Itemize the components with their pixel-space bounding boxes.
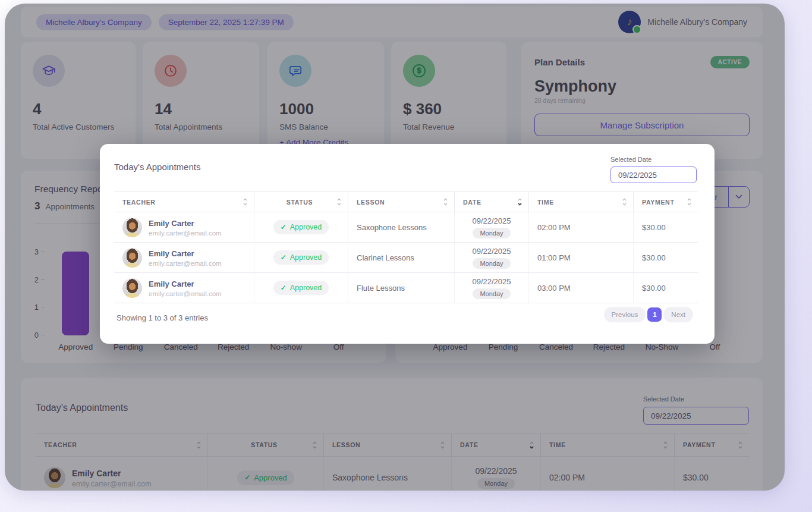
teacher-email: emily.carter@email.com [149,260,222,267]
table-row[interactable]: Emily Carter emily.carter@email.com ✓ Ap… [114,212,698,243]
check-icon: ✓ [281,223,287,231]
status-badge: ✓ Approved [273,220,329,234]
day-badge: Monday [473,288,510,299]
sort-icon-active[interactable] [517,197,523,206]
column-header-teacher[interactable]: TEACHER [114,192,254,212]
teacher-email: emily.carter@email.com [149,290,222,297]
teacher-email: emily.carter@email.com [149,230,222,237]
app-container: Michelle Albury's Company September 22, … [5,4,785,491]
teacher-avatar [122,278,142,298]
teacher-avatar [122,248,142,268]
date-cell: 09/22/2025 Monday [472,247,511,269]
sort-icon[interactable] [243,197,248,206]
entries-summary: Showing 1 to 3 of 3 entries [117,313,208,322]
selected-date-label: Selected Date [610,156,652,163]
payment-cell: $30.00 [634,243,698,272]
date-cell: 09/22/2025 Monday [472,216,511,238]
time-cell: 02:00 PM [529,212,634,242]
teacher-name: Emily Carter [149,248,222,260]
sort-icon[interactable] [622,197,627,206]
column-header-lesson[interactable]: LESSON [348,192,455,212]
check-icon: ✓ [281,253,287,262]
day-badge: Monday [473,228,510,238]
todays-appointments-modal: Today's Appointments Selected Date TEACH… [100,144,715,344]
previous-page-button[interactable]: Previous [604,307,646,322]
teacher-name: Emily Carter [149,278,222,290]
lesson-cell: Clarinet Lessons [348,243,455,272]
day-badge: Monday [473,258,510,269]
modal-title: Today's Appointments [114,162,200,172]
column-header-date[interactable]: DATE [455,192,529,212]
lesson-cell: Flute Lessons [348,273,455,303]
column-header-status[interactable]: STATUS [254,192,348,212]
selected-date-input[interactable] [610,167,697,183]
current-page-button[interactable]: 1 [647,307,662,322]
sort-icon[interactable] [336,197,342,206]
status-badge: ✓ Approved [273,281,329,295]
time-cell: 03:00 PM [529,273,634,303]
pagination: Previous 1 Next [604,307,693,322]
column-header-time[interactable]: TIME [529,192,634,212]
payment-cell: $30.00 [634,273,698,303]
time-cell: 01:00 PM [529,243,634,272]
check-icon: ✓ [281,284,287,292]
appointments-table: TEACHER STATUS LESSON DATE TIME [114,191,698,303]
status-badge: ✓ Approved [273,250,329,265]
table-row[interactable]: Emily Carter emily.carter@email.com ✓ Ap… [114,273,698,303]
table-row[interactable]: Emily Carter emily.carter@email.com ✓ Ap… [114,243,698,273]
column-header-payment[interactable]: PAYMENT [634,192,698,212]
next-page-button[interactable]: Next [663,307,693,322]
payment-cell: $30.00 [634,212,698,242]
date-cell: 09/22/2025 Monday [472,277,511,299]
sort-icon[interactable] [687,197,692,206]
lesson-cell: Saxophone Lessons [348,212,455,242]
sort-icon[interactable] [443,197,448,206]
teacher-avatar [122,218,142,237]
teacher-name: Emily Carter [149,218,222,230]
